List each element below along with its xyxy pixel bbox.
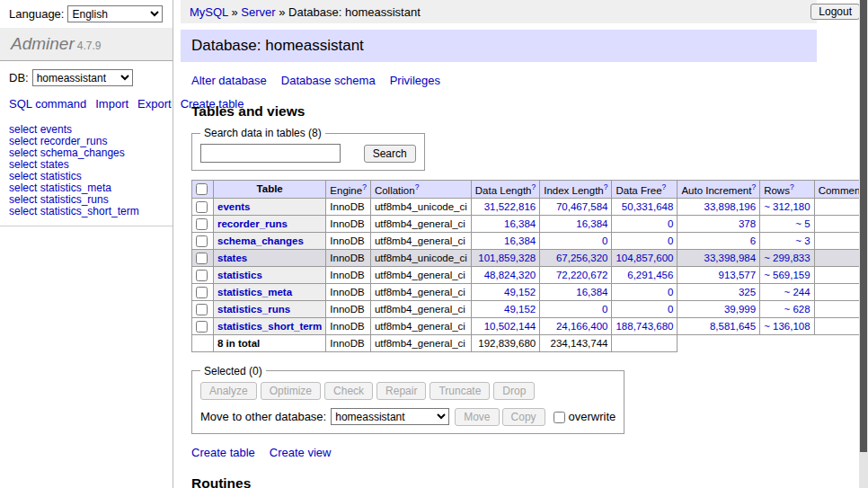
footer-collation-cell: utf8mb4_general_ci xyxy=(370,334,471,351)
rows-link[interactable]: ~ 312,180 xyxy=(764,201,810,212)
scrollbar[interactable] xyxy=(859,0,868,488)
table-name-link[interactable]: states xyxy=(217,253,247,263)
create-link[interactable]: Create view xyxy=(270,446,332,459)
row-checkbox[interactable] xyxy=(196,304,208,315)
tables-tbody: eventsInnoDButf8mb4_unicode_ci31,522,816… xyxy=(192,198,868,334)
help-link[interactable]: ? xyxy=(531,182,536,191)
table-name-link[interactable]: schema_changes xyxy=(217,235,304,246)
data-length-link[interactable]: 16,384 xyxy=(504,235,536,246)
data-free-link[interactable]: 50,331,648 xyxy=(622,201,674,212)
data-free-link[interactable]: 6,291,456 xyxy=(627,270,673,280)
adminer-home-link[interactable]: Adminer xyxy=(11,34,75,53)
selected-legend: Selected (0) xyxy=(200,365,266,377)
row-checkbox[interactable] xyxy=(196,218,208,230)
data-free-link[interactable]: 104,857,600 xyxy=(616,253,673,263)
data-free-link[interactable]: 188,743,680 xyxy=(616,321,673,332)
row-checkbox[interactable] xyxy=(196,287,208,298)
data-length-link[interactable]: 31,522,816 xyxy=(484,201,536,212)
language-select[interactable]: English xyxy=(67,5,163,22)
rows-link[interactable]: ~ 136,108 xyxy=(764,321,810,332)
copy-button[interactable]: Copy xyxy=(502,408,545,426)
index-length-link[interactable]: 0 xyxy=(602,304,607,315)
rows-link[interactable]: ~ 3 xyxy=(795,235,810,246)
rows-link[interactable]: ~ 569,159 xyxy=(764,270,810,280)
help-link[interactable]: ? xyxy=(362,182,367,191)
sidebar-action-link[interactable]: Import xyxy=(95,97,128,111)
data-free-link[interactable]: 0 xyxy=(668,235,673,246)
analyze-button[interactable]: Analyze xyxy=(200,382,257,400)
auto-increment-link[interactable]: 8,581,645 xyxy=(710,321,756,332)
table-name-link[interactable]: statistics_meta xyxy=(217,287,292,297)
table-name-link[interactable]: statistics_runs xyxy=(217,304,290,315)
data-free-cell: 0 xyxy=(612,232,678,249)
row-checkbox[interactable] xyxy=(196,253,208,264)
content: Alter databaseDatabase schemaPrivileges … xyxy=(181,74,817,488)
row-checkbox[interactable] xyxy=(196,321,208,333)
scrollbar-thumb[interactable] xyxy=(860,0,867,452)
auto-increment-link[interactable]: 39,999 xyxy=(724,304,756,315)
db-nav-link[interactable]: Privileges xyxy=(390,74,440,87)
auto-increment-link[interactable]: 33,398,984 xyxy=(704,253,757,263)
rows-link[interactable]: ~ 299,833 xyxy=(764,253,810,263)
db-select[interactable]: homeassistant xyxy=(32,69,133,86)
data-free-link[interactable]: 0 xyxy=(668,218,673,229)
search-button[interactable]: Search xyxy=(364,145,416,163)
index-length-link[interactable]: 0 xyxy=(602,235,607,246)
auto-increment-link[interactable]: 6 xyxy=(750,235,756,246)
index-length-link[interactable]: 72,220,672 xyxy=(556,270,608,280)
table-name-link[interactable]: recorder_runs xyxy=(217,218,288,229)
breadcrumb-link[interactable]: MySQL xyxy=(190,5,228,19)
db-nav-link[interactable]: Alter database xyxy=(191,74,267,87)
drop-button[interactable]: Drop xyxy=(493,382,535,400)
data-length-link[interactable]: 49,152 xyxy=(504,287,536,297)
db-nav-link[interactable]: Database schema xyxy=(281,74,376,87)
sidebar-action-link[interactable]: SQL command xyxy=(9,97,86,111)
auto-increment-link[interactable]: 913,577 xyxy=(719,270,757,280)
help-link[interactable]: ? xyxy=(415,182,420,191)
sidebar-table-link[interactable]: select statistics_short_term xyxy=(9,206,164,217)
data-length-link[interactable]: 49,152 xyxy=(504,304,536,315)
row-checkbox[interactable] xyxy=(196,201,208,213)
logout-button[interactable]: Logout xyxy=(810,4,860,20)
row-checkbox[interactable] xyxy=(196,270,208,281)
help-link[interactable]: ? xyxy=(604,182,608,191)
index-length-link[interactable]: 16,384 xyxy=(576,218,607,229)
optimize-button[interactable]: Optimize xyxy=(261,382,321,400)
overwrite-checkbox[interactable] xyxy=(554,412,565,423)
rows-link[interactable]: ~ 628 xyxy=(784,304,810,315)
search-input[interactable] xyxy=(200,144,341,163)
help-link[interactable]: ? xyxy=(790,182,794,191)
data-length-link[interactable]: 48,824,320 xyxy=(484,270,536,280)
index-length-link[interactable]: 67,256,320 xyxy=(556,253,608,263)
select-all-checkbox[interactable] xyxy=(196,183,208,195)
move-db-select[interactable]: homeassistant xyxy=(331,408,449,425)
truncate-button[interactable]: Truncate xyxy=(430,382,490,400)
auto-increment-cell: 913,577 xyxy=(678,266,760,283)
data-free-link[interactable]: 0 xyxy=(668,304,673,315)
sidebar-action-link[interactable]: Export xyxy=(137,97,172,111)
create-link[interactable]: Create table xyxy=(191,446,255,459)
data-length-link[interactable]: 101,859,328 xyxy=(478,253,536,263)
data-length-link[interactable]: 16,384 xyxy=(504,218,536,229)
auto-increment-link[interactable]: 378 xyxy=(739,218,756,229)
rows-link[interactable]: ~ 5 xyxy=(795,218,810,229)
table-name-link[interactable]: statistics_short_term xyxy=(217,321,322,332)
auto-increment-link[interactable]: 33,898,196 xyxy=(704,201,757,212)
help-link[interactable]: ? xyxy=(751,182,756,191)
repair-button[interactable]: Repair xyxy=(376,382,426,400)
index-length-link[interactable]: 70,467,584 xyxy=(556,201,608,212)
table-name-link[interactable]: events xyxy=(217,201,250,212)
help-link[interactable]: ? xyxy=(662,182,667,191)
data-free-link[interactable]: 0 xyxy=(668,287,673,297)
rows-link[interactable]: ~ 244 xyxy=(784,287,810,297)
row-checkbox[interactable] xyxy=(196,235,208,247)
check-button[interactable]: Check xyxy=(324,382,373,400)
breadcrumb-link[interactable]: Server xyxy=(241,5,275,19)
move-button[interactable]: Move xyxy=(455,408,499,426)
table-name-link[interactable]: statistics xyxy=(217,270,262,280)
engine-cell: InnoDB xyxy=(326,300,371,317)
index-length-link[interactable]: 16,384 xyxy=(576,287,607,297)
auto-increment-link[interactable]: 325 xyxy=(739,287,756,297)
data-length-link[interactable]: 10,502,144 xyxy=(484,321,536,332)
index-length-link[interactable]: 24,166,400 xyxy=(556,321,608,332)
